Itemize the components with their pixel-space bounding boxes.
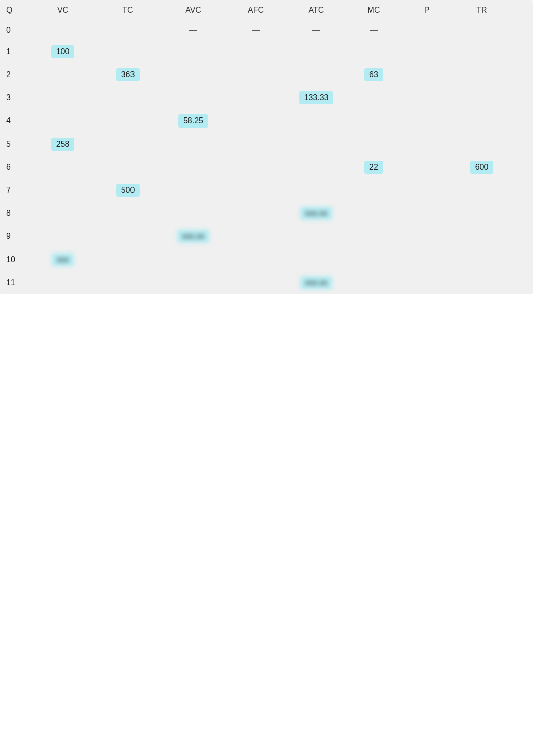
table-row <box>30 179 95 202</box>
table-row <box>512 20 533 40</box>
header-p: P <box>402 0 452 20</box>
table-row <box>402 156 452 179</box>
table-row <box>161 202 226 225</box>
header-profit: Profit <box>512 0 533 20</box>
table-row <box>346 271 402 294</box>
table-row <box>512 271 533 294</box>
table-row <box>30 156 95 179</box>
table-row <box>30 271 95 294</box>
table-row <box>512 225 533 248</box>
table-row: 9 <box>0 225 30 248</box>
table-row: 0 <box>0 20 30 40</box>
header-mc: MC <box>346 0 402 20</box>
table-row <box>226 248 286 271</box>
table-row: 6 <box>0 156 30 179</box>
table-row <box>346 109 402 133</box>
table-row <box>402 179 452 202</box>
table-row <box>161 156 226 179</box>
table-row <box>226 40 286 63</box>
table-row: 2 <box>0 63 30 86</box>
table-row <box>30 225 95 248</box>
table-row <box>402 63 452 86</box>
table-row <box>95 225 161 248</box>
table-row <box>226 225 286 248</box>
table-row <box>512 248 533 271</box>
table-row <box>346 86 402 109</box>
table-row <box>402 271 452 294</box>
table-row <box>226 109 286 133</box>
table-row <box>30 202 95 225</box>
table-row: 363 <box>95 63 161 86</box>
table-row: 3 <box>0 86 30 109</box>
table-row <box>512 40 533 63</box>
table-row <box>452 133 512 156</box>
table-row <box>161 63 226 86</box>
table-row <box>95 86 161 109</box>
table-row <box>95 248 161 271</box>
table-row <box>286 179 346 202</box>
main-table: Q VC TC AVC AFC ATC MC P TR Profit 0 — —… <box>0 0 533 294</box>
table-row <box>512 86 533 109</box>
table-row <box>226 63 286 86</box>
header-tc: TC <box>95 0 161 20</box>
table-row <box>286 156 346 179</box>
table-row: 7 <box>0 179 30 202</box>
table-row: 1 <box>0 40 30 63</box>
table-row <box>512 156 533 179</box>
table-row <box>512 202 533 225</box>
table-row <box>226 179 286 202</box>
table-row <box>402 40 452 63</box>
table-row <box>286 225 346 248</box>
table-row <box>161 133 226 156</box>
table-row <box>512 133 533 156</box>
table-row <box>95 202 161 225</box>
table-row <box>452 40 512 63</box>
table-row: 133.33 <box>286 86 346 109</box>
table-row <box>452 225 512 248</box>
header-tr: TR <box>452 0 512 20</box>
table-row <box>161 248 226 271</box>
header-afc: AFC <box>226 0 286 20</box>
table-row <box>161 271 226 294</box>
table-row <box>286 133 346 156</box>
table-row: — <box>161 20 226 40</box>
table-row: — <box>346 20 402 40</box>
table-row <box>402 248 452 271</box>
header-q: Q <box>0 0 30 20</box>
table-row <box>452 202 512 225</box>
table-row: 11 <box>0 271 30 294</box>
table-row <box>30 86 95 109</box>
table-row <box>95 20 161 40</box>
table-row <box>452 63 512 86</box>
table-row <box>346 202 402 225</box>
table-row <box>30 63 95 86</box>
table-row <box>286 109 346 133</box>
table-row: 4 <box>0 109 30 133</box>
table-row <box>346 40 402 63</box>
header-vc: VC <box>30 0 95 20</box>
table-row <box>512 63 533 86</box>
table-row <box>161 179 226 202</box>
table-row: 10 <box>0 248 30 271</box>
table-row <box>286 40 346 63</box>
table-row <box>95 271 161 294</box>
table-row <box>346 133 402 156</box>
table-row <box>402 225 452 248</box>
table-row <box>95 109 161 133</box>
table-row: 600 <box>452 156 512 179</box>
table-row <box>452 86 512 109</box>
table-row <box>402 109 452 133</box>
table-row <box>30 20 95 40</box>
table-row: 100 <box>30 40 95 63</box>
table-row <box>226 271 286 294</box>
table-row: xxx.xx <box>286 202 346 225</box>
table-row <box>286 63 346 86</box>
table-row <box>95 133 161 156</box>
table-row: xxx <box>30 248 95 271</box>
table-row: 5 <box>0 133 30 156</box>
table-row: 500 <box>95 179 161 202</box>
table-row <box>452 109 512 133</box>
table-row <box>452 179 512 202</box>
table-row <box>346 225 402 248</box>
table-row: xxx.xx <box>286 271 346 294</box>
